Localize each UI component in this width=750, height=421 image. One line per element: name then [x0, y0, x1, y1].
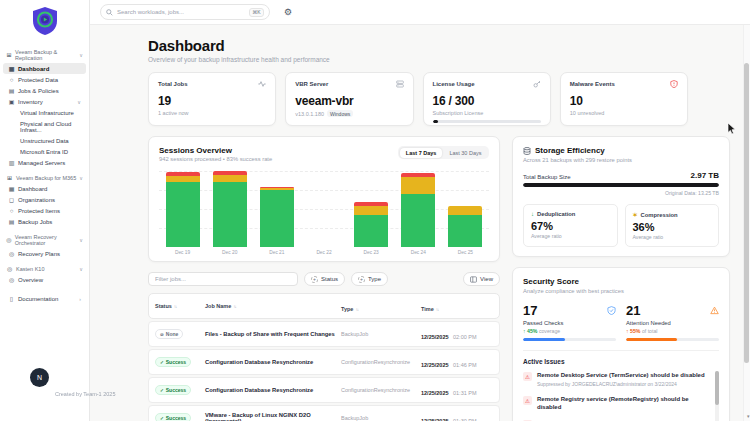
issues-scrollbar-thumb[interactable]	[715, 371, 719, 405]
issue-item[interactable]: ⚠ Remote Registry service (RemoteRegistr…	[523, 395, 711, 411]
servers-icon: ▥	[8, 160, 15, 166]
page-subtitle: Overview of your backup infrastructure h…	[148, 56, 730, 63]
passed-bar-track	[523, 338, 616, 341]
sidebar-item-m365-dashboard[interactable]: ▦ Dashboard	[3, 183, 86, 194]
sort-icon[interactable]: ↑↓	[355, 307, 358, 312]
issues-scrollbar[interactable]	[715, 371, 719, 421]
sort-icon[interactable]: ↑↓	[174, 304, 177, 309]
sidebar-item-dashboard[interactable]: ▦ Dashboard	[3, 63, 86, 74]
page-scrollbar-thumb[interactable]	[744, 63, 749, 363]
section-veeam-backup-replication[interactable]: ⊞ Veeam Backup & Replication ∨	[0, 47, 89, 63]
sidebar-item-inventory[interactable]: ▣ Inventory ∨	[3, 96, 86, 107]
sessions-overview-card: Sessions Overview 942 sessions processed…	[148, 136, 500, 262]
bar-dec-21	[253, 171, 300, 247]
filter-jobs-input[interactable]	[148, 272, 298, 286]
stat-card-total-jobs[interactable]: Total Jobs 19 1 active now	[148, 72, 276, 126]
sidebar-item-physical-cloud-infrastructure[interactable]: Physical and Cloud Infrast...	[3, 118, 86, 135]
keyboard-shortcut-badge: ⌘K	[249, 8, 264, 17]
dedup-label: Deduplication	[537, 211, 575, 217]
section-icon: ⊞	[6, 52, 12, 58]
sidebar-item-label: Overview	[18, 277, 43, 283]
sidebar-item-protected-items[interactable]: ○ Protected Items	[3, 205, 86, 216]
briefcase-icon: ▤	[8, 219, 15, 225]
view-button[interactable]: View	[463, 272, 500, 286]
status-badge: ✓Success	[155, 357, 191, 367]
sort-icon[interactable]: ↑↓	[436, 307, 439, 312]
job-type: BackupJob	[341, 415, 421, 421]
status-filter-button[interactable]: + Status	[304, 272, 345, 286]
stat-sub: v13.0.1.180 Windows	[295, 110, 403, 117]
sidebar-item-unstructured-data[interactable]: Unstructured Data	[3, 135, 86, 146]
search-input[interactable]	[117, 9, 245, 15]
sidebar-item-recovery-plans[interactable]: ◎ Recovery Plans	[3, 248, 86, 259]
column-status[interactable]: Status	[155, 303, 172, 309]
sidebar-item-documentation[interactable]: ▯ Documentation ›	[3, 293, 86, 304]
sidebar-item-organizations[interactable]: ◻ Organizations	[3, 194, 86, 205]
section-kasten-k10[interactable]: ◎ Kasten K10 ∨	[0, 264, 89, 274]
table-row[interactable]: ✓Success Configuration Database Resynchr…	[148, 349, 500, 375]
sidebar-item-label: Dashboard	[18, 66, 49, 72]
sidebar-item-protected-data[interactable]: ○ Protected Data	[3, 74, 86, 85]
divider	[523, 350, 719, 351]
gear-icon[interactable]: ⚙	[284, 7, 292, 17]
security-subtitle: Analyze compliance with best practices	[523, 288, 719, 294]
scrollbar-down-arrow-icon[interactable]: ▾	[747, 413, 750, 419]
stat-card-vbr-server[interactable]: VBR Server veeam-vbr v13.0.1.180 Windows	[285, 72, 413, 126]
section-veeam-recovery-orchestrator[interactable]: ◎ Veeam Recovery Orchestrator ∨	[0, 232, 89, 248]
passed-bar-fill	[523, 338, 565, 341]
dedup-sub: Average ratio	[531, 233, 610, 239]
sidebar-item-backup-jobs[interactable]: ▤ Backup Jobs	[3, 216, 86, 227]
issue-title: Remote Registry service (RemoteRegistry)…	[537, 395, 711, 411]
license-progress-fill	[433, 120, 439, 123]
issue-item[interactable]: ⚠ Remote Desktop Service (TermService) s…	[523, 371, 711, 387]
shield-alert-icon	[670, 80, 678, 88]
storage-subtitle: Across 21 backups with 299 restore point…	[523, 157, 719, 163]
sidebar-item-virtual-infrastructure[interactable]: Virtual Infrastructure	[3, 107, 86, 118]
compression-card: ✶ Compression 36% Average ratio	[625, 204, 720, 247]
organizations-icon: ◻	[8, 197, 15, 203]
shield-icon: ○	[8, 77, 15, 83]
plus-circle-icon: +	[311, 276, 318, 283]
range-last-30-days-button[interactable]: Last 30 Days	[443, 148, 487, 158]
table-row[interactable]: ✓Success VMware - Backup of Linux NGINX …	[148, 405, 500, 421]
attention-bar-track	[626, 338, 719, 341]
page-scrollbar[interactable]: ▾	[743, 25, 750, 421]
section-veeam-backup-m365[interactable]: ⊞ Veeam Backup for M365 ∨	[0, 173, 89, 183]
table-row[interactable]: ✓Success Configuration Database Resynchr…	[148, 377, 500, 403]
attention-needed-block: 21 Attention Needed ↑ 55% of total	[626, 303, 719, 341]
range-last-7-days-button[interactable]: Last 7 Days	[400, 148, 443, 158]
sidebar-item-managed-servers[interactable]: ▥ Managed Servers	[3, 157, 86, 168]
search-box[interactable]: ⌘K	[100, 4, 270, 20]
sidebar-item-jobs-policies[interactable]: ▤ Jobs & Policies	[3, 85, 86, 96]
type-filter-button[interactable]: + Type	[351, 272, 388, 286]
job-type: ConfigurationResynchronize	[341, 387, 421, 393]
page-title: Dashboard	[148, 37, 730, 54]
stat-value: 19	[158, 94, 266, 108]
os-badge: Windows	[327, 110, 353, 117]
sort-icon[interactable]: ↑↓	[233, 304, 236, 309]
columns-icon	[470, 276, 477, 283]
button-label: View	[480, 276, 493, 282]
section-label: Veeam Backup & Replication	[15, 49, 76, 61]
chevron-right-icon: ›	[79, 296, 81, 302]
stat-card-license-usage[interactable]: License Usage 16 / 300 Subscription Lice…	[423, 72, 551, 126]
column-type[interactable]: Type	[341, 306, 353, 312]
stat-card-malware-events[interactable]: Malware Events 10 10 unresolved	[560, 72, 688, 126]
sidebar-item-label: Documentation	[18, 296, 58, 302]
sidebar-item-microsoft-entra-id[interactable]: Microsoft Entra ID	[3, 146, 86, 157]
bar-dec-24	[395, 171, 442, 247]
sidebar-item-label: Managed Servers	[18, 160, 65, 166]
active-issues-list: ⚠ Remote Desktop Service (TermService) s…	[523, 371, 719, 421]
stat-sub: 10 unresolved	[570, 110, 678, 116]
chevron-down-icon: ∨	[79, 237, 83, 243]
status-icon: ✓	[160, 388, 164, 393]
sidebar-item-label: Recovery Plans	[18, 251, 60, 257]
avatar[interactable]: N	[30, 368, 49, 387]
bar-dec-25	[442, 171, 489, 247]
column-job-name[interactable]: Job Name	[205, 303, 231, 309]
column-time[interactable]: Time	[421, 306, 434, 312]
briefcase-icon: ▤	[8, 88, 15, 94]
sidebar-item-overview[interactable]: ◎ Overview	[3, 274, 86, 285]
veeam-logo	[0, 0, 89, 40]
table-row[interactable]: ⊘None Files - Backup of Share with Frequ…	[148, 321, 500, 347]
